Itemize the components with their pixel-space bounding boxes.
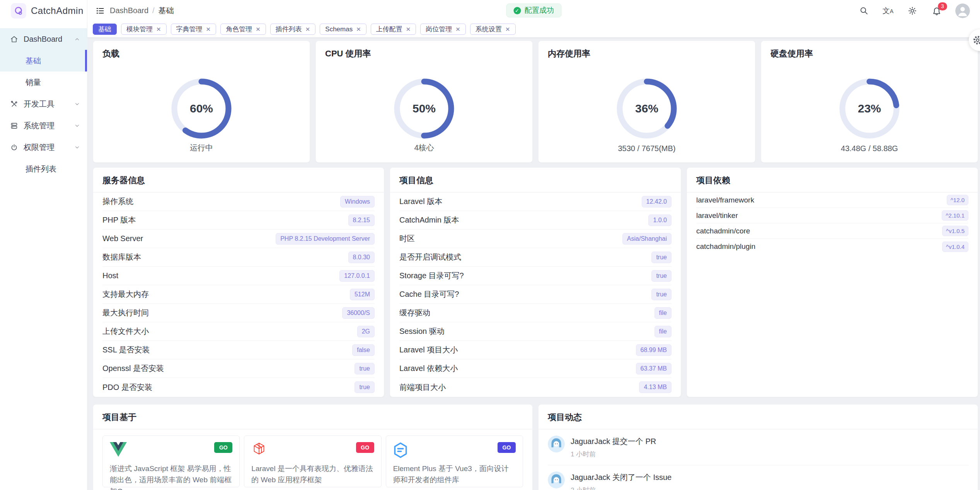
row-label: 上传文件大小 [102, 326, 149, 337]
table-row: 是否开启调试模式 true [399, 248, 672, 267]
sidebar-item-basic[interactable]: 基础 [0, 50, 87, 71]
toast-message: 配置成功 [525, 5, 554, 15]
row-label: catchadmin/core [696, 227, 750, 235]
close-icon[interactable]: ✕ [206, 26, 211, 32]
tab-label: 基础 [98, 25, 111, 34]
row-value-chip: false [352, 344, 375, 356]
gauge-title: 负载 [93, 41, 310, 65]
close-icon[interactable]: ✕ [356, 26, 361, 32]
gauge-row: 负载 60% 运行中 CPU 使用率 [93, 41, 978, 163]
table-row: laravel/tinker ^2.10.1 [696, 208, 968, 223]
sidebar-item-label: DashBoard [24, 35, 62, 44]
row-label: PDO 是否安装 [102, 382, 152, 393]
gauge-caption: 3530 / 7675(MB) [539, 144, 755, 153]
view-tab[interactable]: 插件列表 ✕ [270, 24, 316, 35]
table-row: 时区 Asia/Shanghai [399, 230, 672, 248]
view-tab[interactable]: 岗位管理 ✕ [420, 24, 466, 35]
row-label: Session 驱动 [399, 326, 445, 337]
notifications-bell-icon[interactable]: 3 [931, 5, 943, 17]
framework-description: 渐进式 JavaScript 框架 易学易用，性能出色，适用场景丰富的 Web … [110, 463, 232, 490]
sidebar-item-system[interactable]: 系统管理 [0, 115, 87, 136]
tab-label: 上传配置 [376, 25, 402, 34]
row-value-chip: 12.42.0 [642, 196, 672, 208]
close-icon[interactable]: ✕ [406, 26, 411, 32]
row-value-chip: ^2.10.1 [942, 210, 968, 221]
row-label: 最大执行时间 [102, 308, 149, 318]
activity-time: 2 小时前 [571, 486, 672, 490]
view-tab[interactable]: 基础 [93, 24, 117, 35]
sidebar-item-dashboard[interactable]: DashBoard [0, 28, 87, 50]
gauge-percent: 23% [761, 75, 978, 143]
chevron-down-icon [74, 101, 80, 107]
close-icon[interactable]: ✕ [156, 26, 161, 32]
project-info-panel: 项目信息 Laravel 版本 12.42.0 CatchAdmin 版本 [390, 167, 681, 397]
top-bar: CatchAdmin DashBoard / 基础 ✓ 配置成功 文A [0, 0, 980, 21]
search-icon[interactable] [858, 5, 869, 17]
app-title: CatchAdmin [31, 5, 84, 16]
translate-icon[interactable]: 文A [882, 5, 894, 17]
row-label: 数据库版本 [102, 252, 141, 262]
view-tab[interactable]: Schemas ✕ [320, 24, 366, 35]
table-row: laravel/framework ^12.0 [696, 192, 968, 208]
gauge-percent: 36% [539, 75, 755, 143]
panel-title: 项目基于 [93, 405, 532, 429]
gear-icon [973, 35, 980, 45]
chevron-down-icon [74, 123, 80, 129]
row-value-chip: 8.0.30 [348, 252, 375, 263]
row-label: laravel/framework [696, 196, 754, 204]
theme-light-icon[interactable] [907, 5, 918, 17]
table-row: catchadmin/plugin ^v1.0.4 [696, 239, 968, 254]
dashboard-content: 负载 60% 运行中 CPU 使用率 [87, 37, 980, 490]
list-item: JaguarJack 提交一个 PR 1 小时前 [548, 429, 968, 465]
sidebar-item-sales[interactable]: 销量 [0, 71, 87, 93]
sidebar-item-label: 插件列表 [26, 164, 56, 174]
tab-label: 插件列表 [276, 25, 302, 34]
table-row: Cache 目录可写? true [399, 285, 672, 304]
go-button[interactable]: GO [356, 442, 374, 453]
row-label: 缓存驱动 [399, 308, 430, 318]
tab-label: Schemas [325, 26, 353, 33]
row-label: laravel/tinker [696, 211, 738, 220]
gauge-title: CPU 使用率 [316, 41, 532, 65]
app-logo[interactable]: CatchAdmin [0, 0, 87, 21]
view-tab[interactable]: 角色管理 ✕ [220, 24, 266, 35]
activity-text: JaguarJack 提交一个 PR [571, 436, 656, 447]
close-icon[interactable]: ✕ [305, 26, 310, 32]
panel-title: 项目依赖 [687, 168, 978, 192]
row-label: PHP 版本 [102, 215, 136, 225]
row-value-chip: 63.37 MB [636, 363, 672, 374]
user-avatar[interactable] [955, 3, 970, 18]
tab-label: 模块管理 [126, 25, 153, 34]
sidebar-item-label: 权限管理 [24, 142, 55, 153]
framework-card-laravel: GO Laravel 是一个具有表现力、优雅语法的 Web 应用程序框架 [244, 436, 381, 487]
sidebar-item-devtools[interactable]: 开发工具 [0, 93, 87, 115]
go-button[interactable]: GO [498, 442, 516, 453]
view-tab[interactable]: 模块管理 ✕ [121, 24, 167, 35]
gauge-title: 硬盘使用率 [761, 41, 978, 65]
close-icon[interactable]: ✕ [455, 26, 460, 32]
sidebar-item-plugins[interactable]: 插件列表 [0, 158, 87, 180]
table-row: 支持最大内存 512M [102, 285, 375, 304]
view-tab[interactable]: 系统设置 ✕ [470, 24, 516, 35]
view-tab[interactable]: 字典管理 ✕ [171, 24, 216, 35]
gauge-caption: 4核心 [316, 143, 532, 153]
table-row: Session 驱动 file [399, 322, 672, 341]
row-label: 是否开启调试模式 [399, 252, 461, 262]
breadcrumb-root[interactable]: DashBoard [110, 6, 148, 15]
view-tab[interactable]: 上传配置 ✕ [371, 24, 416, 35]
close-icon[interactable]: ✕ [256, 26, 261, 32]
success-toast: ✓ 配置成功 [506, 3, 561, 17]
row-value-chip: true [355, 381, 375, 393]
go-button[interactable]: GO [214, 442, 232, 453]
row-value-chip: ^v1.0.5 [942, 226, 968, 236]
sidebar-collapse-icon[interactable] [94, 4, 107, 17]
row-value-chip: 68.99 MB [636, 344, 672, 356]
tab-label: 系统设置 [476, 25, 502, 34]
table-row: Laravel 版本 12.42.0 [399, 192, 672, 211]
close-icon[interactable]: ✕ [505, 26, 510, 32]
sidebar-item-permission[interactable]: 权限管理 [0, 136, 87, 158]
table-row: catchadmin/core ^v1.0.5 [696, 223, 968, 239]
row-label: 前端项目大小 [399, 382, 446, 393]
activity-avatar [548, 471, 565, 488]
gauge-percent: 50% [316, 75, 532, 143]
